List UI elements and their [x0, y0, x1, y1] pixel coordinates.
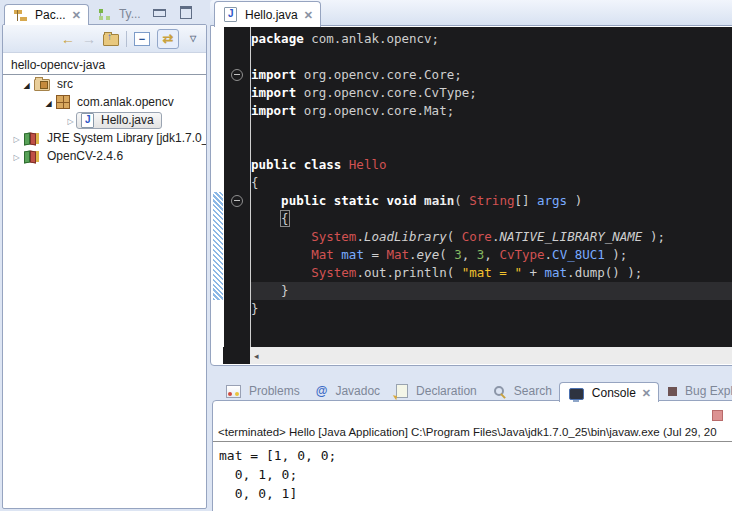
code-line[interactable]: }	[251, 282, 732, 300]
tree-root-label: hello-opencv-java	[8, 58, 108, 72]
console-icon	[569, 388, 584, 400]
package-explorer-icon	[14, 9, 27, 22]
tree-item-com[interactable]: com.anlak.opencv	[3, 93, 206, 111]
tab-javadoc[interactable]: Javadoc	[307, 380, 387, 402]
link-with-editor-icon[interactable]	[157, 29, 179, 49]
eclipse-workbench: { "colors": { "window_bg": "#dde5f3", "e…	[0, 0, 732, 511]
search-icon	[493, 385, 506, 398]
tab-type-hierarchy[interactable]: Ty...	[89, 3, 148, 25]
collapsed-arrow-icon[interactable]	[11, 131, 22, 145]
tree-item-label: com.anlak.opencv	[74, 95, 177, 109]
back-icon[interactable]	[61, 31, 75, 47]
bottom-tab-label: Problems	[249, 384, 300, 398]
fold-collapse-icon[interactable]	[231, 69, 243, 81]
package-explorer-toolbar	[3, 25, 206, 53]
console-process-label: <terminated> Hello [Java Application] C:…	[213, 425, 732, 442]
tab-bug-explorer[interactable]: Bug Explorer	[659, 380, 732, 402]
bug-icon	[668, 387, 677, 396]
code-line[interactable]: import org.opencv.core.Mat;	[251, 102, 732, 120]
console-output-line: 0, 0, 1]	[219, 484, 732, 503]
code-line[interactable]: {	[251, 174, 732, 192]
code-line[interactable]: public static void main( String[] args )	[251, 192, 732, 210]
tree-item-label: OpenCV-2.4.6	[44, 149, 126, 163]
forward-icon[interactable]	[82, 31, 96, 47]
editor-horizontal-scrollbar[interactable]	[212, 347, 732, 364]
console-output-line: 0, 1, 0;	[219, 465, 732, 484]
console-toolbar-icon[interactable]	[712, 410, 723, 421]
annotation-ruler[interactable]	[212, 27, 224, 347]
library-icon	[24, 150, 40, 163]
tree-item-hello[interactable]: Hello.java	[3, 111, 206, 129]
tab-package-explorer[interactable]: Pac...	[4, 4, 89, 25]
code-line[interactable]: Mat mat = Mat.eye( 3, 3, CvType.CV_8UC1 …	[251, 246, 732, 264]
collapse-all-icon[interactable]	[134, 32, 150, 46]
bottom-view-tab-bar: ProblemsJavadocDeclarationSearchConsoleB…	[212, 376, 732, 402]
selected-item-box: Hello.java	[76, 112, 162, 129]
package-icon	[56, 95, 70, 109]
java-file-icon	[81, 113, 94, 128]
toolbar-separator	[126, 31, 127, 47]
javadoc-icon	[316, 384, 328, 398]
scrollbar-track[interactable]	[250, 347, 732, 364]
editor-frame: package com.anlak.opencv;import org.open…	[210, 25, 732, 366]
minimize-icon[interactable]	[153, 9, 166, 17]
editor-tab-label: Hello.java	[245, 8, 298, 22]
tree-item-label: Hello.java	[98, 113, 157, 127]
tab-search[interactable]: Search	[484, 380, 559, 402]
close-icon[interactable]	[72, 10, 81, 20]
editor-area: Hello.java package com.anlak.opencv;impo…	[210, 0, 732, 366]
code-line[interactable]: package com.anlak.opencv;	[251, 30, 732, 48]
collapsed-arrow-icon[interactable]	[65, 113, 76, 127]
console-frame: <terminated> Hello [Java Application] C:…	[212, 400, 732, 511]
expanded-arrow-icon[interactable]	[21, 77, 32, 91]
tree-root-item[interactable]: hello-opencv-java	[3, 56, 206, 74]
code-line[interactable]	[251, 120, 732, 138]
tab-type-hierarchy-label: Ty...	[119, 7, 141, 21]
project-tree[interactable]: hello-opencv-javasrccom.anlak.opencvHell…	[3, 53, 206, 165]
code-editor[interactable]: package com.anlak.opencv;import org.open…	[212, 27, 732, 347]
code-line[interactable]: {	[251, 210, 732, 228]
tree-item-label: JRE System Library [jdk1.7.0_25]	[44, 131, 206, 145]
up-folder-icon[interactable]	[103, 34, 119, 46]
scrollbar-corner	[223, 347, 250, 364]
view-window-buttons	[153, 6, 192, 19]
code-line[interactable]: public class Hello	[251, 156, 732, 174]
code-line[interactable]: }	[251, 300, 732, 318]
declaration-icon	[396, 384, 408, 398]
console-view-stack: ProblemsJavadocDeclarationSearchConsoleB…	[212, 376, 732, 511]
bottom-tab-label: Bug Explorer	[685, 384, 732, 398]
console-output[interactable]: mat = [1, 0, 0; 0, 1, 0; 0, 0, 1]	[213, 442, 732, 503]
scroll-left-arrow-icon[interactable]	[250, 351, 259, 361]
tab-hello-java[interactable]: Hello.java	[214, 1, 321, 27]
code-line[interactable]: import org.opencv.core.Core;	[251, 66, 732, 84]
package-explorer-frame: hello-opencv-javasrccom.anlak.opencvHell…	[2, 24, 207, 509]
view-menu-icon[interactable]	[186, 31, 200, 47]
tree-item-src[interactable]: src	[3, 75, 206, 93]
code-line[interactable]	[251, 48, 732, 66]
tree-item-opencv-2[interactable]: OpenCV-2.4.6	[3, 147, 206, 165]
expanded-arrow-icon[interactable]	[43, 95, 54, 109]
tab-package-explorer-label: Pac...	[35, 8, 66, 22]
tree-item-jre[interactable]: JRE System Library [jdk1.7.0_25]	[3, 129, 206, 147]
tab-declaration[interactable]: Declaration	[387, 380, 484, 402]
code-line[interactable]: System.LoadLibrary( Core.NATIVE_LIBRARY_…	[251, 228, 732, 246]
maximize-icon[interactable]	[180, 6, 192, 19]
close-icon[interactable]	[304, 10, 313, 20]
tab-problems[interactable]: Problems	[217, 380, 307, 402]
close-icon[interactable]	[642, 388, 651, 398]
source-folder-icon	[34, 79, 50, 91]
code-line[interactable]: System.out.println( "mat = " + mat.dump(…	[251, 264, 732, 282]
collapsed-arrow-icon[interactable]	[11, 149, 22, 163]
bottom-tab-label: Javadoc	[335, 384, 380, 398]
code-line[interactable]	[251, 138, 732, 156]
library-icon	[24, 132, 40, 145]
code-line[interactable]: import org.opencv.core.CvType;	[251, 84, 732, 102]
code-text[interactable]: package com.anlak.opencv;import org.open…	[251, 27, 732, 347]
range-indicator	[213, 192, 223, 300]
folding-gutter[interactable]	[224, 27, 250, 347]
console-output-line: mat = [1, 0, 0;	[219, 446, 732, 465]
tab-console[interactable]: Console	[559, 382, 659, 402]
tree-item-label: src	[54, 77, 76, 91]
problems-icon	[226, 385, 241, 398]
fold-collapse-icon[interactable]	[231, 195, 243, 207]
